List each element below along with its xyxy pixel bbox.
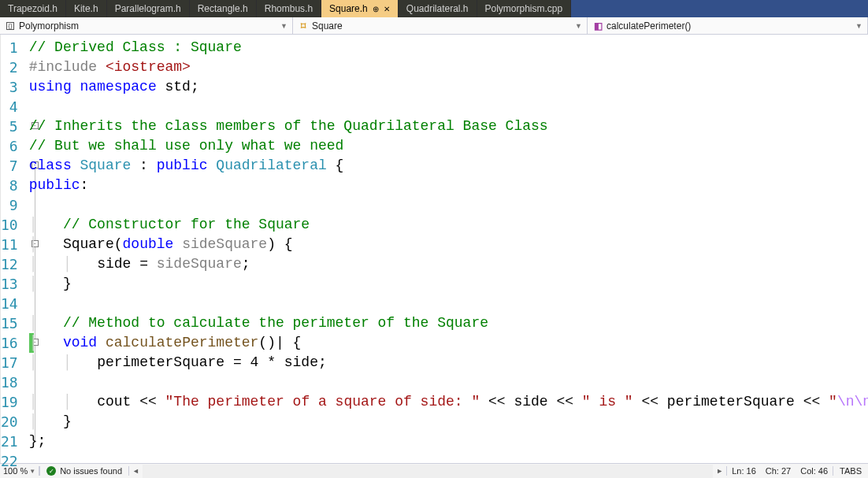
line-number: 22 xyxy=(1,451,18,471)
line-number: 5 xyxy=(1,117,18,136)
file-tab[interactable]: Parallelogram.h xyxy=(107,0,190,17)
line-number: 2 xyxy=(1,57,18,77)
scope-dropdown[interactable]: {} Polymorphism ▼ xyxy=(0,17,293,34)
close-icon[interactable]: ✕ xyxy=(384,5,390,13)
code-line[interactable] xyxy=(29,97,868,117)
code-area[interactable]: // Derived Class : Square#include <iostr… xyxy=(29,35,868,463)
line-number: 4 xyxy=(1,97,18,117)
line-number: 20 xyxy=(1,412,18,432)
line-number: 14 xyxy=(1,294,18,313)
file-tab[interactable]: Square.h⊕✕ xyxy=(321,0,399,17)
code-line[interactable]: │ // Constructor for the Square xyxy=(29,215,868,235)
code-line[interactable] xyxy=(29,294,868,313)
type-dropdown[interactable]: ⌑ Square ▼ xyxy=(293,17,588,34)
chevron-down-icon: ▼ xyxy=(855,22,862,30)
pin-icon[interactable]: ⊕ xyxy=(373,5,379,13)
namespace-icon: {} xyxy=(5,20,16,31)
code-line[interactable] xyxy=(29,195,868,215)
code-line[interactable]: │ } xyxy=(29,274,868,294)
code-line[interactable]: │ void calculatePerimeter()| { xyxy=(29,333,868,353)
file-tab[interactable]: Rectangle.h xyxy=(190,0,257,17)
line-number: 18 xyxy=(1,372,18,392)
line-number: 12 xyxy=(1,254,18,274)
line-number: 19 xyxy=(1,392,18,412)
navigation-bar: {} Polymorphism ▼ ⌑ Square ▼ ◧ calculate… xyxy=(0,17,868,35)
line-number: 3 xyxy=(1,77,18,97)
member-label: calculatePerimeter() xyxy=(606,20,691,31)
code-line[interactable]: │ // Method to calculate the perimeter o… xyxy=(29,313,868,333)
code-line[interactable]: public: xyxy=(29,176,868,195)
code-editor[interactable]: 12345678910111213141516171819202122 ----… xyxy=(0,35,868,463)
class-icon: ⌑ xyxy=(298,20,309,31)
code-line[interactable]: │ } xyxy=(29,412,868,432)
code-line[interactable] xyxy=(29,451,868,471)
code-line[interactable]: using namespace std; xyxy=(29,77,868,97)
tab-label: Kite.h xyxy=(74,3,98,14)
file-tab[interactable]: Trapezoid.h xyxy=(0,0,66,17)
code-line[interactable]: }; xyxy=(29,432,868,451)
line-number: 7 xyxy=(1,156,18,176)
code-line[interactable]: │ │ cout << "The perimeter of a square o… xyxy=(29,392,868,412)
file-tab[interactable]: Polymorphism.cpp xyxy=(477,0,572,17)
line-number: 1 xyxy=(1,38,18,57)
code-line[interactable]: │ Square(double sideSquare) { xyxy=(29,235,868,254)
line-number: 6 xyxy=(1,136,18,156)
tab-label: Square.h xyxy=(329,3,368,14)
line-number: 16 xyxy=(1,333,18,353)
tab-label: Rectangle.h xyxy=(198,3,248,14)
code-line[interactable] xyxy=(29,372,868,392)
line-number: 17 xyxy=(1,353,18,372)
code-line[interactable]: │ │ side = sideSquare; xyxy=(29,254,868,274)
member-dropdown[interactable]: ◧ calculatePerimeter() ▼ xyxy=(588,17,868,34)
tab-label: Parallelogram.h xyxy=(115,3,181,14)
line-number-gutter: 12345678910111213141516171819202122 xyxy=(1,35,29,463)
line-number: 9 xyxy=(1,195,18,215)
document-tabstrip: Trapezoid.hKite.hParallelogram.hRectangl… xyxy=(0,0,868,17)
tab-label: Rhombus.h xyxy=(265,3,313,14)
code-line[interactable]: │ │ perimeterSquare = 4 * side; xyxy=(29,353,868,372)
type-label: Square xyxy=(312,20,343,31)
file-tab[interactable]: Rhombus.h xyxy=(257,0,321,17)
file-tab[interactable]: Kite.h xyxy=(66,0,107,17)
scope-label: Polymorphism xyxy=(19,20,79,31)
method-icon: ◧ xyxy=(592,20,603,31)
tab-label: Trapezoid.h xyxy=(8,3,57,14)
file-tab[interactable]: Quadrilateral.h xyxy=(399,0,477,17)
line-number: 8 xyxy=(1,176,18,195)
code-line[interactable]: // But we shall use only what we need xyxy=(29,136,868,156)
code-line[interactable]: class Square : public Quadrilateral { xyxy=(29,156,868,176)
line-number: 15 xyxy=(1,313,18,333)
code-line[interactable]: // Inherits the class members of the Qua… xyxy=(29,117,868,136)
code-line[interactable]: // Derived Class : Square xyxy=(29,38,868,57)
line-number: 21 xyxy=(1,432,18,451)
chevron-down-icon: ▼ xyxy=(280,22,287,30)
tab-label: Quadrilateral.h xyxy=(406,3,469,14)
line-number: 13 xyxy=(1,274,18,294)
code-line[interactable]: #include <iostream> xyxy=(29,57,868,77)
tab-label: Polymorphism.cpp xyxy=(485,3,563,14)
line-number: 10 xyxy=(1,215,18,235)
line-number: 11 xyxy=(1,235,18,254)
chevron-down-icon: ▼ xyxy=(575,22,582,30)
tabstrip-filler xyxy=(571,0,868,17)
